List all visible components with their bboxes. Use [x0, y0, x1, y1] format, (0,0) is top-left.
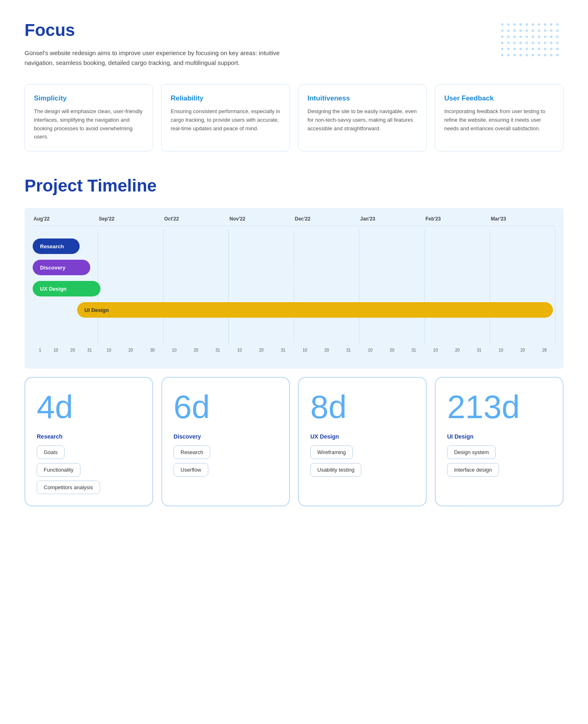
day-20-oct: 20 [194, 348, 198, 352]
gantt-bar-uxdesign-label: UX Design [40, 286, 67, 292]
day-1: 1 [39, 348, 41, 352]
svg-point-11 [507, 29, 510, 32]
svg-point-43 [519, 48, 522, 50]
day-10-aug: 10 [53, 348, 58, 352]
svg-point-35 [532, 42, 534, 44]
svg-point-50 [501, 54, 503, 56]
svg-point-31 [507, 42, 510, 44]
svg-point-5 [532, 23, 534, 26]
timeline-bottom-days: 1 10 20 31 10 20 30 10 20 31 10 20 [33, 345, 555, 352]
day-31-dec: 31 [346, 348, 351, 352]
gantt-bar-row-uidesign: UI Design [33, 302, 555, 318]
svg-point-14 [526, 29, 528, 32]
svg-point-40 [501, 48, 503, 50]
svg-point-3 [519, 23, 522, 26]
month-sep22: Sep'22 [98, 216, 163, 222]
stat-tag-design-system: Design system [447, 446, 496, 459]
stat-tag-userflow: Userflow [174, 463, 208, 477]
svg-point-21 [507, 36, 510, 38]
svg-point-20 [501, 36, 503, 38]
focus-card-intuitiveness-title: Intuitiveness [307, 94, 417, 102]
day-10-feb: 10 [433, 348, 438, 352]
svg-point-23 [519, 36, 522, 38]
stat-tags-research: Goals Functionality Competitors analysis [37, 446, 141, 494]
day-10-oct: 10 [172, 348, 176, 352]
svg-point-33 [519, 42, 522, 44]
stat-tag-functionality: Functionality [37, 463, 80, 477]
svg-point-0 [501, 23, 503, 26]
svg-point-53 [519, 54, 522, 56]
days-nov: 10 20 31 [229, 348, 294, 352]
day-28-mar: 28 [542, 348, 547, 352]
day-20-mar: 20 [520, 348, 525, 352]
svg-point-54 [526, 54, 528, 56]
stat-label-research: Research [37, 433, 141, 440]
month-feb23: Feb'23 [425, 216, 490, 222]
day-10-jan: 10 [368, 348, 372, 352]
focus-description: Günsel's website redesign aims to improv… [24, 48, 302, 68]
gantt-bar-research: Research [33, 238, 80, 254]
svg-point-12 [513, 29, 516, 32]
svg-point-1 [507, 23, 510, 26]
svg-point-2 [513, 23, 516, 26]
svg-point-44 [526, 48, 528, 50]
stat-tags-uxdesign: Wireframing Usability testing [310, 446, 414, 477]
gantt-bar-row-discovery: Discovery [33, 260, 555, 275]
svg-point-18 [550, 29, 552, 32]
month-dec22: Dec'22 [294, 216, 359, 222]
svg-point-25 [532, 36, 534, 38]
svg-point-38 [550, 42, 552, 44]
gantt-chart: Research Discovery UX Design [33, 230, 555, 345]
stat-label-discovery: Discovery [174, 433, 278, 440]
svg-point-10 [501, 29, 503, 32]
svg-point-4 [526, 23, 528, 26]
svg-point-19 [556, 29, 559, 32]
svg-point-36 [538, 42, 540, 44]
svg-point-15 [532, 29, 534, 32]
day-10-mar: 10 [499, 348, 503, 352]
days-feb: 10 20 31 [425, 348, 490, 352]
stat-number-uxdesign: 8d [310, 391, 414, 423]
svg-point-47 [544, 48, 546, 50]
days-oct: 10 20 31 [163, 348, 229, 352]
svg-point-34 [526, 42, 528, 44]
svg-point-27 [544, 36, 546, 38]
day-31-oct: 31 [216, 348, 220, 352]
svg-point-39 [556, 42, 559, 44]
stat-card-discovery: 6d Discovery Research Userflow [161, 377, 290, 506]
focus-title: Focus [24, 20, 564, 40]
focus-section: // Will render dots via inline SVG circl… [24, 20, 564, 151]
gantt-bar-row-research: Research [33, 238, 555, 254]
focus-card-simplicity: Simplicity The design will emphasize cle… [24, 84, 153, 151]
focus-card-reliability-title: Reliability [171, 94, 281, 102]
stat-tag-wireframing: Wireframing [310, 446, 353, 459]
gantt-bars: Research Discovery UX Design [33, 238, 555, 323]
svg-point-51 [507, 54, 510, 56]
day-31-jan: 31 [412, 348, 416, 352]
svg-point-28 [550, 36, 552, 38]
stat-number-discovery: 6d [174, 391, 278, 423]
month-mar23: Mar'23 [490, 216, 555, 222]
stat-tag-research: Research [174, 446, 210, 459]
gantt-bar-discovery-label: Discovery [40, 265, 65, 271]
day-20-dec: 20 [324, 348, 329, 352]
focus-cards-container: Simplicity The design will emphasize cle… [24, 84, 564, 151]
stat-tag-competitors-analysis: Competitors analysis [37, 481, 100, 494]
svg-point-30 [501, 42, 503, 44]
gantt-bar-research-label: Research [40, 243, 64, 250]
day-30-sep: 30 [150, 348, 155, 352]
svg-point-46 [538, 48, 540, 50]
svg-point-13 [519, 29, 522, 32]
days-dec: 10 20 31 [294, 348, 359, 352]
month-oct22: Oct'22 [163, 216, 229, 222]
gantt-bar-row-uxdesign: UX Design [33, 281, 555, 296]
stats-section: 4d Research Goals Functionality Competit… [24, 377, 564, 506]
stat-tag-usability-testing: Usability testing [310, 463, 361, 477]
stat-card-uxdesign: 8d UX Design Wireframing Usability testi… [298, 377, 427, 506]
svg-point-16 [538, 29, 540, 32]
stat-tags-uidesign: Design system Interface design [447, 446, 551, 477]
svg-point-9 [556, 23, 559, 26]
gantt-bar-uxdesign: UX Design [33, 281, 100, 296]
svg-point-59 [556, 54, 559, 56]
day-20-nov: 20 [259, 348, 263, 352]
